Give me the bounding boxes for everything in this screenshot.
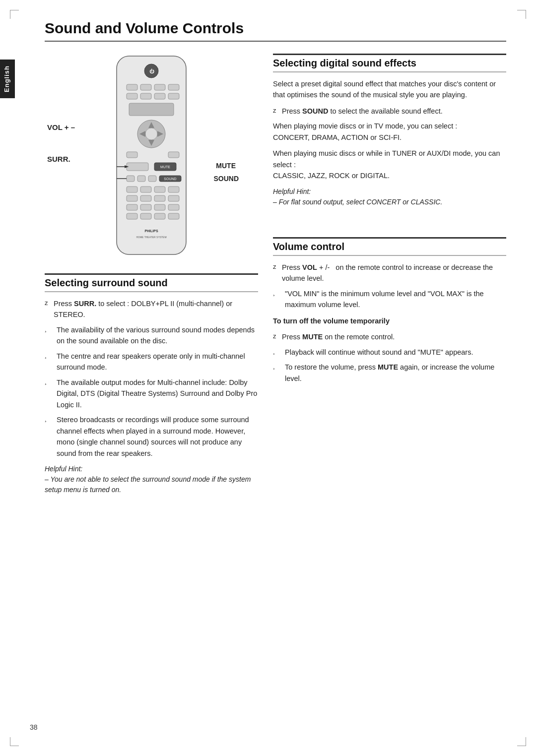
svg-rect-42 bbox=[127, 213, 137, 219]
corner-tr bbox=[517, 10, 526, 19]
svg-rect-36 bbox=[154, 195, 165, 201]
surr-label: SURR. bbox=[47, 155, 70, 163]
svg-rect-8 bbox=[140, 93, 151, 99]
surround-sub2: The centre and rear speakers operate onl… bbox=[45, 351, 258, 373]
svg-point-13 bbox=[145, 128, 157, 140]
volume-sub1: "VOL MIN" is the minimum volume level an… bbox=[273, 288, 506, 311]
svg-rect-40 bbox=[154, 204, 165, 210]
volume-bullet2: Press MUTE on the remote control. bbox=[273, 331, 506, 342]
svg-rect-19 bbox=[168, 152, 179, 158]
svg-rect-43 bbox=[140, 213, 151, 219]
digital-music-text: When playing music discs or while in TUN… bbox=[273, 148, 506, 181]
svg-text:PHILIPS: PHILIPS bbox=[144, 229, 158, 233]
corner-br bbox=[517, 737, 526, 746]
svg-text:⏻: ⏻ bbox=[149, 68, 154, 74]
surround-section: Selecting surround sound Press SURR. to … bbox=[45, 273, 258, 495]
left-column: VOL + – SURR. ⏻ bbox=[45, 54, 258, 507]
svg-rect-44 bbox=[154, 213, 165, 219]
svg-rect-18 bbox=[127, 152, 137, 158]
surround-hint-title: Helpful Hint: bbox=[45, 465, 82, 473]
svg-rect-24 bbox=[127, 176, 134, 182]
svg-rect-35 bbox=[140, 195, 151, 201]
surround-sub4: Stereo broadcasts or recordings will pro… bbox=[45, 414, 258, 459]
volume-bullet1: Press VOL + /- on the remote control to … bbox=[273, 262, 506, 284]
vol-bold: VOL bbox=[302, 263, 317, 271]
volume-sub3: To restore the volume, press MUTE again,… bbox=[273, 362, 506, 384]
svg-rect-30 bbox=[127, 187, 137, 192]
svg-rect-3 bbox=[127, 84, 137, 90]
svg-rect-41 bbox=[168, 204, 179, 210]
digital-hint: Helpful Hint: – For flat sound output, s… bbox=[273, 187, 506, 207]
surround-heading: Selecting surround sound bbox=[45, 273, 258, 292]
svg-rect-39 bbox=[140, 204, 151, 210]
svg-rect-34 bbox=[127, 195, 137, 201]
surround-bullet1: Press SURR. to select : DOLBY+PL II (mul… bbox=[45, 298, 258, 320]
digital-intro: Select a preset digital sound effect tha… bbox=[273, 78, 506, 101]
svg-rect-20 bbox=[127, 163, 148, 171]
svg-rect-26 bbox=[148, 176, 156, 182]
sound-bold: SOUND bbox=[302, 107, 328, 115]
page-number: 38 bbox=[30, 723, 38, 731]
surr-bold: SURR. bbox=[74, 300, 96, 308]
side-tab: English bbox=[0, 60, 15, 98]
mute-bold2: MUTE bbox=[378, 363, 398, 371]
mute-label: MUTE bbox=[216, 162, 236, 170]
svg-rect-4 bbox=[140, 84, 151, 90]
corner-bl bbox=[10, 737, 19, 746]
volume-heading: Volume control bbox=[273, 237, 506, 256]
page-container: English Sound and Volume Controls VOL + … bbox=[0, 0, 536, 756]
svg-rect-33 bbox=[168, 187, 179, 192]
svg-rect-38 bbox=[127, 204, 137, 210]
digital-bullet1: Press SOUND to select the available soun… bbox=[273, 106, 506, 117]
svg-rect-9 bbox=[154, 93, 165, 99]
svg-rect-45 bbox=[168, 213, 179, 219]
surround-hint: Helpful Hint: – You are not able to sele… bbox=[45, 464, 258, 495]
svg-rect-5 bbox=[154, 84, 165, 90]
volume-sub2: Playback will continue without sound and… bbox=[273, 347, 506, 358]
content-area: VOL + – SURR. ⏻ bbox=[45, 54, 506, 507]
vol-label: VOL + – bbox=[47, 123, 75, 131]
svg-rect-32 bbox=[154, 187, 165, 192]
page-title: Sound and Volume Controls bbox=[45, 20, 506, 42]
svg-text:HOME THEATER SYSTEM: HOME THEATER SYSTEM bbox=[136, 236, 166, 239]
digital-heading: Selecting digital sound effects bbox=[273, 54, 506, 72]
svg-rect-6 bbox=[168, 84, 179, 90]
remote-illustration: VOL + – SURR. ⏻ bbox=[45, 54, 258, 263]
digital-hint-title: Helpful Hint: bbox=[273, 188, 311, 195]
svg-rect-10 bbox=[168, 93, 179, 99]
volume-turnoff-heading: To turn off the volume temporarily bbox=[273, 315, 506, 326]
corner-tl bbox=[10, 10, 19, 19]
svg-rect-7 bbox=[127, 93, 137, 99]
svg-rect-11 bbox=[129, 103, 174, 116]
svg-rect-37 bbox=[168, 195, 179, 201]
surround-hint-text: – You are not able to select the surroun… bbox=[45, 475, 251, 494]
volume-section: Volume control Press VOL + /- on the rem… bbox=[273, 237, 506, 384]
remote-svg: ⏻ bbox=[102, 54, 201, 262]
right-column: Selecting digital sound effects Select a… bbox=[273, 54, 506, 507]
surround-sub1: The availability of the various surround… bbox=[45, 324, 258, 347]
svg-text:SOUND: SOUND bbox=[164, 177, 176, 181]
svg-rect-31 bbox=[140, 187, 151, 192]
digital-hint-text: – For flat sound output, select CONCERT … bbox=[273, 198, 442, 206]
mute-bold: MUTE bbox=[302, 333, 323, 341]
sound-label: SOUND bbox=[213, 175, 239, 183]
surround-sub3: The available output modes for Multi-cha… bbox=[45, 377, 258, 410]
digital-movie-text: When playing movie discs or in TV mode, … bbox=[273, 121, 506, 143]
svg-rect-25 bbox=[137, 176, 145, 182]
digital-section: Selecting digital sound effects Select a… bbox=[273, 54, 506, 207]
svg-text:MUTE: MUTE bbox=[160, 165, 170, 169]
